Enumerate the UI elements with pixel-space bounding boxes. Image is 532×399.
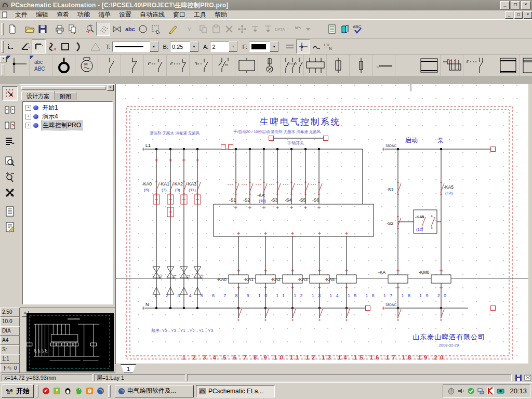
symbol-contact-dotted[interactable] [463,55,486,76]
zoom-page-button[interactable] [3,155,17,168]
copy-button[interactable] [196,22,209,35]
page-list-button[interactable] [3,134,17,148]
text-mode-button[interactable]: abc [123,22,136,35]
symbol-contact-limit[interactable] [144,55,167,76]
symbol-coil[interactable] [235,55,258,76]
transfer-up-button[interactable] [248,22,261,35]
palette-close-icon[interactable]: × [0,56,7,62]
database-button[interactable] [338,22,351,35]
quicklaunch-bird-icon[interactable] [74,387,83,395]
quicklaunch-firefox-icon[interactable] [96,387,105,395]
data-button[interactable]: DATA [274,22,287,35]
undo-dropdown-button[interactable] [304,22,312,35]
symbol-plc-block-2[interactable] [520,55,532,76]
tray-kaspersky-icon[interactable] [487,387,495,395]
quicklaunch-wangwang-icon[interactable] [85,387,94,395]
tray-volume-icon[interactable] [457,387,465,395]
task-pcschematic-window[interactable]: PCschematic ELa... [196,385,275,397]
pen-button[interactable] [166,22,179,35]
taskbar-grip[interactable] [108,385,111,397]
polyline-tool-button[interactable] [6,40,19,53]
menu-item-lists[interactable]: 清单 [94,10,115,20]
scale-label-cell[interactable]: S: [0,345,20,354]
tab-design-plan[interactable]: 设计方案 [21,91,55,100]
combo-arrow-icon[interactable]: ▼ [229,42,237,52]
minimize-button[interactable]: _ [500,1,510,9]
circle-mode-button[interactable] [136,22,149,35]
toolbar-grip2[interactable] [1,41,4,53]
toolbar-grip[interactable] [1,23,4,35]
expand-icon[interactable]: + [25,123,31,128]
rectangle-tool-button[interactable] [59,40,72,53]
close-button[interactable]: × [521,1,530,9]
conductor-junction-button[interactable] [296,39,310,54]
expand-icon[interactable]: + [25,114,31,119]
child-minimize-button[interactable]: _ [505,11,513,19]
replace-symbol-button[interactable] [83,22,96,35]
dia-mode-cell[interactable]: DIA [0,326,20,336]
triangle-tool-button[interactable] [89,40,102,53]
panel-grip[interactable]: × [20,85,115,91]
combo-arrow-icon[interactable]: ▼ [150,42,158,52]
combo-arrow-icon[interactable]: ▼ [270,42,278,52]
line-width-combo[interactable]: 0.25 ▼ [170,42,199,52]
symbol-fuse-thin[interactable] [350,55,373,76]
symbol-wire-junction[interactable] [7,55,30,76]
copy-page-button[interactable] [66,22,79,35]
save-state-icon[interactable] [515,374,523,381]
object-lister-button[interactable] [325,22,338,35]
tree-item-demo4[interactable]: + 演示4 [23,112,112,121]
angled-line-tool-button[interactable] [19,40,32,53]
symbol-contact-delay[interactable] [167,55,190,76]
paste-button[interactable] [209,22,222,35]
task-browser-window[interactable]: 电气绘图软件及... [115,385,194,397]
child-close-button[interactable]: × [524,11,532,19]
child-restore-button[interactable]: □ [514,11,523,19]
snap-value-cell[interactable]: 2.50 [0,308,20,317]
symbol-thermal-relay[interactable] [304,55,327,76]
snap-grid-button[interactable] [2,86,18,101]
save-button[interactable] [36,22,49,35]
conductor-label-button[interactable]: L1/N [323,40,336,53]
symbol-contact-push[interactable] [190,55,212,76]
page-browse-button[interactable] [3,103,17,116]
print-button[interactable] [53,22,66,35]
symbol-text[interactable]: abcABC [30,55,52,76]
lines-mode-button[interactable] [96,22,110,36]
move-button[interactable] [235,22,248,35]
panel-close-icon[interactable]: × [107,85,114,91]
symbol-relay-block[interactable] [418,55,441,76]
drawing-canvas[interactable]: 生啤电气控制系统 清洗剂 无菌水 消毒液 无菌风 手/自动20 / 10秒启动 … [116,84,528,364]
page-data-button[interactable] [3,205,17,218]
paper-size-cell[interactable]: A4 [0,336,20,345]
undo-button[interactable] [291,22,304,35]
symbol-earth[interactable] [52,55,75,76]
open-button[interactable] [23,22,36,35]
document-icon[interactable] [2,11,8,18]
menu-item-help[interactable]: 帮助 [210,10,231,20]
palette-grip[interactable] [2,64,5,75]
parallel-lines-button[interactable] [283,40,296,53]
quicklaunch-feixin-icon[interactable] [52,387,61,395]
start-button[interactable]: 开始 [2,384,34,398]
menu-item-autorouting[interactable]: 自动连线 [136,10,169,20]
tray-antivirus-icon[interactable] [467,387,475,395]
symbol-conductor-line[interactable] [373,55,395,76]
arc-segment-button[interactable] [310,40,323,53]
symbol-terminal-strip[interactable] [441,55,463,76]
angle-combo[interactable]: 2 ▼ [210,42,238,52]
expand-icon[interactable]: + [25,105,31,111]
page-help-button[interactable]: ? [3,118,17,132]
line-type-combo[interactable]: ▼ [112,42,159,52]
taskbar-grip[interactable] [36,385,38,397]
symbols-mode-button[interactable] [110,22,123,35]
menu-item-window[interactable]: 窗口 [169,10,190,20]
menu-item-tools[interactable]: 工具 [190,10,210,20]
tray-mouse-icon[interactable] [447,387,455,395]
title-bar[interactable]: PCschematic ELautomation - [C:\PCSEL40\P… [0,0,532,10]
menu-item-edit[interactable]: 编辑 [32,10,52,20]
page-tab-1[interactable]: 1 [121,364,136,373]
perpendicular-tool-button[interactable] [32,39,46,54]
area-select-button[interactable] [149,22,162,35]
tree-item-beer-control[interactable]: + 生啤控制PRO [23,121,112,130]
